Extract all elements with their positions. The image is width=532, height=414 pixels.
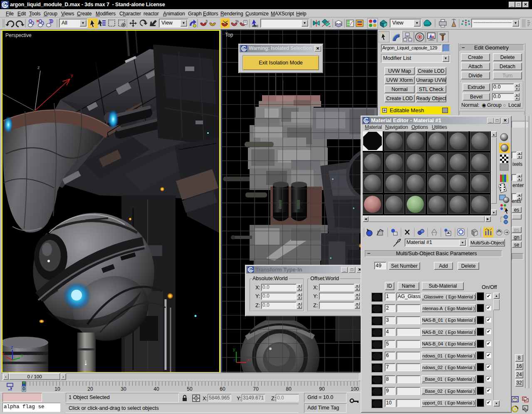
- svg-text:y: y: [21, 352, 23, 357]
- svg-text:x: x: [247, 357, 250, 362]
- svg-text:30: 30: [121, 386, 126, 392]
- svg-text:y: y: [71, 73, 73, 78]
- svg-text:z: z: [37, 65, 40, 70]
- svg-text:40: 40: [153, 386, 159, 392]
- svg-text:20: 20: [87, 386, 93, 392]
- svg-text:60: 60: [220, 386, 225, 392]
- svg-text:ABC: ABC: [252, 25, 258, 27]
- svg-text:3: 3: [205, 19, 208, 23]
- svg-text:y: y: [233, 347, 235, 352]
- svg-text:%: %: [235, 19, 239, 23]
- svg-text:10: 10: [54, 386, 60, 392]
- svg-text:50: 50: [187, 386, 193, 392]
- svg-text:x: x: [2, 351, 5, 356]
- svg-text:↓: ↓: [84, 357, 88, 367]
- svg-text:z: z: [11, 345, 13, 350]
- svg-text:80: 80: [286, 386, 292, 392]
- svg-text:70: 70: [253, 386, 259, 392]
- svg-text:90: 90: [319, 386, 325, 392]
- svg-text:z: z: [234, 358, 236, 362]
- svg-text:100: 100: [351, 386, 359, 392]
